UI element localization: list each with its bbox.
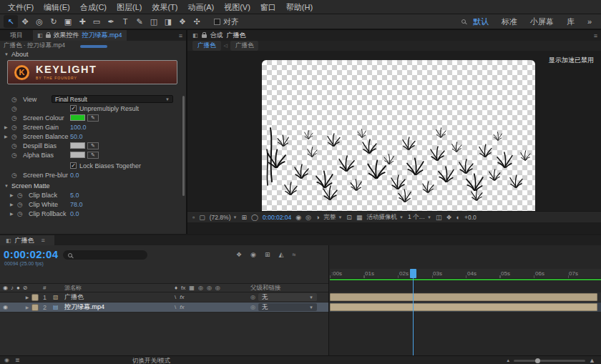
stopwatch-icon[interactable]: ◷ xyxy=(11,142,23,149)
render-toggle-icon[interactable]: ◉ xyxy=(4,357,9,363)
screen-colour-swatch[interactable] xyxy=(70,114,85,121)
about-group-row[interactable]: ▼ About xyxy=(4,51,28,58)
parent-dropdown[interactable]: 无 ▼ xyxy=(258,293,317,301)
expand-icon[interactable]: ▶ xyxy=(10,202,17,207)
zoom-tool-icon[interactable]: ◎ xyxy=(32,15,47,28)
shape-tool-icon[interactable]: ▭ xyxy=(89,15,104,28)
source-name-column-header[interactable]: 源名称 xyxy=(64,284,175,292)
menu-view[interactable]: 视图(V) xyxy=(219,0,255,14)
eyedropper-icon[interactable]: ✎ xyxy=(87,114,99,122)
stopwatch-icon[interactable]: ◷ xyxy=(11,172,23,179)
menu-effect[interactable]: 效果(T) xyxy=(147,0,182,14)
comp-crumb-other[interactable]: 广播色 xyxy=(230,41,259,51)
hand-tool-icon[interactable]: ✥ xyxy=(18,15,32,28)
exposure-value[interactable]: +0.0 xyxy=(464,214,477,221)
workspace-default[interactable]: 默认 xyxy=(467,16,494,27)
viewer-timecode[interactable]: 0:00:02:04 xyxy=(263,214,291,221)
menu-window[interactable]: 窗口 xyxy=(255,0,281,14)
hide-shy-layers-icon[interactable]: ◉ xyxy=(250,251,256,258)
timeline-search-field[interactable] xyxy=(63,250,147,260)
view-dropdown[interactable]: Final Result ▼ xyxy=(52,95,173,103)
visibility-eye-icon[interactable]: ◉ xyxy=(3,304,8,310)
snap-checkbox[interactable] xyxy=(214,19,220,25)
label-color-chip[interactable] xyxy=(31,304,39,311)
stopwatch-icon[interactable]: ◷ xyxy=(11,152,23,159)
unpremultiply-checkbox[interactable]: ✓ xyxy=(70,105,77,112)
type-tool-icon[interactable]: T xyxy=(118,15,132,28)
menu-composition[interactable]: 合成(C) xyxy=(75,0,112,14)
show-snapshot-icon[interactable]: ◎ xyxy=(306,214,311,221)
fx-switch-icon[interactable]: fx xyxy=(180,294,184,300)
param-value[interactable]: 0.0 xyxy=(70,210,79,217)
despill-bias-swatch[interactable] xyxy=(70,142,85,149)
camera-tool-icon[interactable]: ▣ xyxy=(61,15,75,28)
param-value[interactable]: 0.0 xyxy=(70,172,79,179)
view-layout-dropdown[interactable]: 1 个… xyxy=(408,213,425,222)
tab-project[interactable]: 项目 xyxy=(0,31,33,40)
workspace-search-icon[interactable] xyxy=(461,19,466,24)
workspace-library[interactable]: 库 xyxy=(561,16,580,27)
expand-icon[interactable]: ▶ xyxy=(10,192,17,197)
layer-name[interactable]: 广播色 xyxy=(64,292,175,302)
pan-behind-tool-icon[interactable]: ✚ xyxy=(75,15,89,28)
scrollbar[interactable] xyxy=(182,96,185,196)
panel-menu-icon[interactable]: ≡ xyxy=(590,32,601,39)
zoom-slider-track[interactable] xyxy=(514,360,585,362)
layer-duration-bar[interactable] xyxy=(330,293,597,301)
pickwhip-icon[interactable]: ◎ xyxy=(250,294,255,300)
effect-group-screen-matte[interactable]: ▼ Screen Matte xyxy=(0,181,182,190)
pickwhip-icon[interactable]: ◎ xyxy=(250,304,255,310)
time-ruler[interactable]: :00s 01s 02s 03s 04s 05s 06s 07s xyxy=(330,269,601,279)
composition-mini-flowchart-icon[interactable]: ❖ xyxy=(236,251,242,258)
orbit-tool-icon[interactable]: ↻ xyxy=(47,15,61,28)
motion-blur-icon[interactable]: ◭ xyxy=(278,251,283,258)
tab-effect-controls[interactable]: ◧ 效果控件 控刀绿幕.mp4 xyxy=(33,30,127,41)
comp-crumb-active[interactable]: 广播色 xyxy=(192,41,221,51)
param-value[interactable]: 78.0 xyxy=(70,201,83,208)
playhead-handle[interactable] xyxy=(410,269,416,278)
composition-canvas[interactable] xyxy=(262,60,535,220)
expand-icon[interactable]: ▶ xyxy=(4,124,11,129)
pixel-aspect-icon[interactable]: ◫ xyxy=(436,214,442,221)
eyedropper-icon[interactable]: ✎ xyxy=(87,152,99,159)
eyedropper-icon[interactable]: ✎ xyxy=(87,142,99,149)
resolution-dropdown[interactable]: 完整 xyxy=(323,213,336,222)
zoom-in-mountain-icon[interactable]: ▲ xyxy=(589,357,595,364)
stopwatch-icon[interactable]: ◷ xyxy=(11,133,23,140)
lock-biases-checkbox[interactable]: ✓ xyxy=(70,162,77,169)
monitor-icon[interactable]: ▢ xyxy=(199,214,205,221)
puppet-tool-icon[interactable]: ✣ xyxy=(190,15,204,28)
always-preview-icon[interactable]: ▫ xyxy=(192,214,195,221)
param-value[interactable]: 100.0 xyxy=(70,124,87,131)
current-timecode[interactable]: 0:00:02:04 xyxy=(4,248,58,260)
layer-row-1[interactable]: ▶ 1 ▧ 广播色 \ fx ◎ 无 ▼ xyxy=(0,292,329,302)
channels-icon[interactable]: ◑ xyxy=(316,214,319,221)
snapshot-camera-icon[interactable]: ◉ xyxy=(295,214,301,221)
quality-switch-icon[interactable]: \ xyxy=(175,304,176,310)
menu-edit[interactable]: 编辑(E) xyxy=(39,0,75,14)
playhead-line[interactable] xyxy=(413,269,414,355)
graph-editor-icon[interactable]: ≈ xyxy=(292,251,295,258)
workspace-standard[interactable]: 标准 xyxy=(496,16,523,27)
stopwatch-icon[interactable]: ◷ xyxy=(17,210,29,217)
brush-tool-icon[interactable]: ✎ xyxy=(132,15,147,28)
menu-help[interactable]: 帮助(H) xyxy=(281,0,318,14)
transparency-grid-icon[interactable]: ▦ xyxy=(356,214,363,221)
collapse-chevron-icon[interactable]: ▼ xyxy=(4,184,11,188)
alpha-bias-swatch[interactable] xyxy=(70,152,85,158)
expand-icon[interactable]: ▶ xyxy=(23,305,31,310)
more-workspaces-icon[interactable]: » xyxy=(582,17,597,26)
stopwatch-icon[interactable]: ◷ xyxy=(11,96,23,103)
frame-blending-icon[interactable]: ⊞ xyxy=(265,251,270,258)
selection-tool-icon[interactable]: ↖ xyxy=(4,15,18,28)
collapse-chevron-icon[interactable]: ▼ xyxy=(4,52,9,56)
tab-composition-name[interactable]: 广播色 xyxy=(227,31,246,40)
parent-dropdown[interactable]: 无 ▼ xyxy=(258,303,317,311)
zoom-level-dropdown[interactable]: (72.8%) xyxy=(210,214,231,221)
zoom-out-mountain-icon[interactable]: ▲ xyxy=(506,358,510,363)
mask-toggle-icon[interactable]: ◯ xyxy=(251,214,258,221)
menu-animation[interactable]: 动画(A) xyxy=(183,0,220,14)
expand-icon[interactable]: ▶ xyxy=(23,295,31,300)
menu-layer[interactable]: 图层(L) xyxy=(112,0,147,14)
grid-guides-icon[interactable]: ⊞ xyxy=(241,214,247,221)
